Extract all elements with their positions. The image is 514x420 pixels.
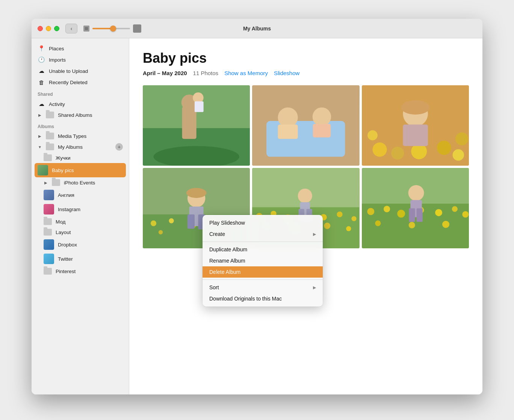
context-menu-download-originals[interactable]: Download Originals to this Mac	[203, 293, 323, 304]
svg-point-64	[375, 221, 381, 226]
album-date: April – May 2020	[143, 70, 187, 76]
sidebar-item-layout[interactable]: Layout	[32, 227, 129, 237]
slider-thumb[interactable]	[110, 26, 116, 32]
context-menu-separator	[203, 242, 323, 242]
main-content: 📍 Places 🕐 Imports ☁ Unable to Upload 🗑 …	[32, 38, 482, 394]
expand-icon: ▶	[44, 180, 48, 185]
expand-icon: ▶	[38, 113, 42, 117]
menu-item-label: Create	[209, 231, 225, 237]
sidebar-item-mod[interactable]: Мод	[32, 216, 129, 227]
sidebar-item-label: Dropbox	[58, 242, 77, 248]
album-title: Baby pics	[143, 50, 469, 66]
sidebar-item-unable-to-upload[interactable]: ☁ Unable to Upload	[32, 65, 129, 77]
album-count: 11 Photos	[193, 70, 219, 76]
context-menu-duplicate-album[interactable]: Duplicate Album	[203, 244, 323, 255]
sidebar-item-label: Instagram	[58, 207, 80, 212]
context-menu-sort[interactable]: Sort ▶	[203, 282, 323, 293]
sidebar-item-pinterest[interactable]: Pinterest	[32, 266, 129, 276]
sidebar-item-label: Мод	[56, 219, 66, 225]
sidebar-item-zhuchki[interactable]: Жучки	[32, 153, 129, 163]
traffic-lights	[38, 26, 59, 31]
svg-point-49	[324, 223, 330, 229]
folder-icon	[44, 268, 52, 275]
sidebar-item-label: Media Types	[58, 133, 86, 139]
svg-rect-3	[182, 107, 197, 139]
sidebar-item-twitter[interactable]: Twitter	[32, 252, 129, 266]
size-small-icon	[83, 26, 89, 32]
sidebar-item-label: Baby pics	[52, 168, 74, 173]
sidebar-item-recently-deleted[interactable]: 🗑 Recently Deleted	[32, 77, 129, 88]
menu-item-label: Download Originals to this Mac	[209, 296, 282, 302]
svg-point-67	[408, 185, 424, 201]
photo-cell[interactable]	[362, 168, 469, 248]
sidebar-item-places[interactable]: 📍 Places	[32, 43, 129, 54]
menu-item-label: Delete Album	[209, 269, 240, 275]
sidebar-item-iphoto-events[interactable]: ▶ iPhoto Events	[32, 177, 129, 188]
svg-rect-69	[409, 208, 415, 222]
svg-rect-6	[195, 101, 204, 112]
photo-cell[interactable]	[143, 85, 250, 166]
svg-point-63	[462, 211, 469, 218]
shared-section-label: Shared	[32, 88, 129, 98]
show-as-memory-link[interactable]: Show as Memory	[224, 70, 268, 76]
albums-section-label: Albums	[32, 120, 129, 131]
minimize-button[interactable]	[46, 26, 51, 31]
back-button[interactable]: ‹	[65, 24, 77, 33]
sidebar-item-label: Pinterest	[56, 269, 76, 274]
imports-icon: 🕐	[38, 56, 45, 63]
close-button[interactable]	[38, 26, 43, 31]
main-window: ‹ My Albums 📍 Places 🕐 Imports	[32, 19, 482, 394]
svg-rect-36	[187, 215, 195, 229]
photo-area: Baby pics April – May 2020 11 Photos Sho…	[129, 38, 482, 394]
sidebar-item-label: iPhoto Events	[64, 180, 95, 186]
sidebar-item-label: Unable to Upload	[49, 68, 88, 74]
svg-point-57	[367, 208, 374, 215]
submenu-arrow-icon: ▶	[313, 232, 316, 237]
add-album-button[interactable]: +	[115, 143, 123, 151]
photo-cell[interactable]	[252, 85, 359, 166]
menu-item-label: Sort	[209, 284, 219, 290]
context-menu-rename-album[interactable]: Rename Album	[203, 255, 323, 266]
places-icon: 📍	[38, 45, 45, 52]
svg-point-50	[346, 226, 351, 231]
context-menu-separator	[203, 279, 323, 280]
activity-icon: ☁	[38, 100, 45, 108]
size-slider-track[interactable]	[92, 28, 130, 29]
maximize-button[interactable]	[54, 26, 59, 31]
svg-point-27	[169, 218, 174, 223]
folder-icon	[44, 154, 52, 161]
album-thumbnail	[44, 254, 54, 264]
album-meta: April – May 2020 11 Photos Show as Memor…	[143, 70, 469, 76]
sidebar-item-england[interactable]: Англия	[32, 188, 129, 202]
sidebar-item-shared-albums[interactable]: ▶ Shared Albums	[32, 110, 129, 120]
sidebar-item-my-albums[interactable]: ▼ My Albums +	[32, 141, 129, 153]
sidebar-item-label: Layout	[56, 230, 71, 235]
sidebar-item-media-types[interactable]: ▶ Media Types	[32, 131, 129, 141]
back-icon: ‹	[71, 26, 73, 32]
svg-point-59	[397, 210, 405, 218]
sidebar-item-instagram[interactable]: Instagram	[32, 202, 129, 216]
svg-point-22	[401, 100, 429, 115]
submenu-arrow-icon: ▶	[313, 285, 316, 290]
svg-rect-23	[403, 125, 428, 146]
sidebar-item-label: Imports	[49, 57, 66, 63]
sidebar-item-imports[interactable]: 🕐 Imports	[32, 54, 129, 65]
svg-point-58	[384, 206, 390, 212]
sidebar-item-label: Places	[49, 46, 64, 51]
slideshow-link[interactable]: Slideshow	[274, 70, 299, 76]
svg-point-65	[408, 222, 415, 228]
svg-point-9	[278, 107, 298, 127]
folder-icon	[52, 179, 60, 186]
sidebar-item-label: Twitter	[58, 256, 73, 262]
context-menu-play-slideshow[interactable]: Play Slideshow	[203, 217, 323, 228]
sidebar-item-dropbox[interactable]: Dropbox	[32, 237, 129, 252]
svg-point-15	[391, 147, 404, 160]
sidebar-item-baby-pics[interactable]: Baby pics	[35, 163, 126, 177]
context-menu-delete-album[interactable]: Delete Album	[203, 266, 323, 278]
photo-cell[interactable]	[362, 85, 469, 166]
context-menu-create[interactable]: Create ▶	[203, 228, 323, 240]
svg-rect-12	[313, 124, 331, 137]
sidebar-item-activity[interactable]: ☁ Activity	[32, 98, 129, 110]
svg-point-34	[186, 188, 206, 198]
menu-item-label: Duplicate Album	[209, 246, 247, 252]
